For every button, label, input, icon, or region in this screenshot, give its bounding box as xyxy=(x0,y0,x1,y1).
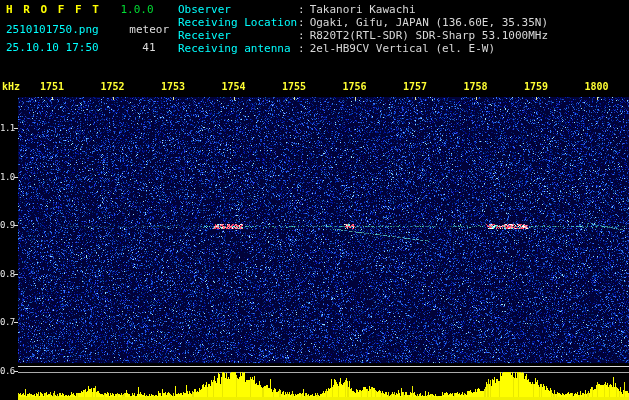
info-row-receiver: Receiver:R820T2(RTL-SDR) SDR-Sharp 53.10… xyxy=(178,29,548,42)
time-tick-label: 1757 xyxy=(403,81,427,92)
info-row-antenna: Receiving antenna:2el-HB9CV Vertical (el… xyxy=(178,42,548,55)
file-row: 2510101750.png meteor xyxy=(6,24,169,36)
info-separator: : xyxy=(298,29,305,42)
observation-mode: meteor xyxy=(129,23,169,36)
output-filename: 2510101750.png xyxy=(6,23,99,36)
time-tick-label: 1756 xyxy=(342,81,366,92)
app-version: 1.0.0 xyxy=(120,3,153,16)
info-label: Receiver xyxy=(178,29,298,42)
info-row-location: Receiving Location:Ogaki, Gifu, JAPAN (1… xyxy=(178,16,548,29)
time-tick-label: 1751 xyxy=(40,81,64,92)
info-value: R820T2(RTL-SDR) SDR-Sharp 53.1000MHz xyxy=(310,29,548,42)
info-value: Takanori Kawachi xyxy=(310,3,416,16)
time-tick-label: 1753 xyxy=(161,81,185,92)
info-label: Receiving antenna xyxy=(178,42,298,55)
time-tick-label: 1755 xyxy=(282,81,306,92)
time-tick-label: 1800 xyxy=(584,81,608,92)
header: H R O F F T 1.0.0 2510101750.png meteor … xyxy=(0,0,629,78)
time-tick-label: 1758 xyxy=(463,81,487,92)
time-tick-label: 1754 xyxy=(221,81,245,92)
time-axis: 1751175217531754175517561757175817591800 xyxy=(0,81,629,93)
app-title: H R O F F T xyxy=(6,3,101,16)
info-value: Ogaki, Gifu, JAPAN (136.60E, 35.35N) xyxy=(310,16,548,29)
info-value: 2el-HB9CV Vertical (el. E-W) xyxy=(310,42,495,55)
info-row-observer: Observer:Takanori Kawachi xyxy=(178,3,548,16)
observation-datetime: 25.10.10 17:50 xyxy=(6,41,99,54)
station-info: Observer:Takanori Kawachi Receiving Loca… xyxy=(178,3,548,55)
time-tick-label: 1759 xyxy=(524,81,548,92)
hrofft-output-image: H R O F F T 1.0.0 2510101750.png meteor … xyxy=(0,0,629,400)
app-title-row: H R O F F T 1.0.0 xyxy=(6,4,169,16)
info-separator: : xyxy=(298,3,305,16)
info-label: Receiving Location xyxy=(178,16,298,29)
time-tick-label: 1752 xyxy=(100,81,124,92)
info-separator: : xyxy=(298,16,305,29)
echo-count: 41 xyxy=(142,41,155,54)
info-label: Observer xyxy=(178,3,298,16)
app-info: H R O F F T 1.0.0 2510101750.png meteor … xyxy=(6,4,169,54)
datetime-row: 25.10.10 17:50 41 xyxy=(6,42,169,54)
info-separator: : xyxy=(298,42,305,55)
